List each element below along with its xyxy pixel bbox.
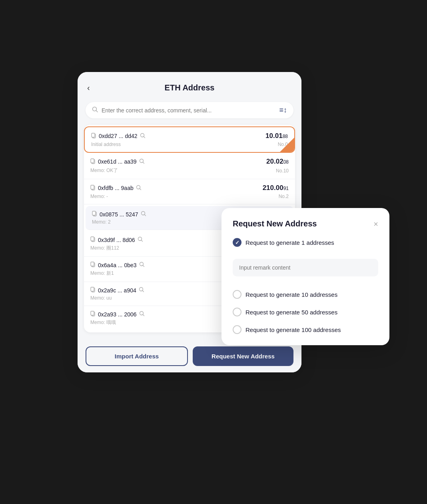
selected-badge-0	[280, 138, 294, 152]
svg-rect-19	[91, 237, 94, 241]
copy-icon-7[interactable]	[90, 311, 96, 318]
address-text-0: 0xdd27 ... dd42	[99, 133, 138, 139]
svg-line-29	[142, 291, 144, 292]
address-text-4: 0x3d9f ... 8d06	[98, 237, 135, 243]
option-10-label: Request to generate 10 addresses	[245, 291, 337, 298]
address-item-0[interactable]: 0xdd27 ... dd42 10.0188 Initial address …	[84, 126, 295, 153]
memo-7: Memo: 哦哦	[90, 319, 116, 326]
search-addr-icon-7[interactable]	[139, 311, 145, 318]
radio-100	[233, 325, 241, 334]
option-50-address[interactable]: Request to generate 50 addresses	[233, 306, 378, 318]
search-input[interactable]	[102, 107, 276, 114]
serial-1: No.10	[276, 168, 289, 174]
address-item-2[interactable]: 0xfdfb ... 9aab 210.0091 Memo: - No.2	[84, 179, 295, 204]
svg-line-21	[141, 240, 142, 242]
option-1-label: Request to generate 1 addresses	[245, 239, 334, 246]
balance-2: 210.0091	[263, 184, 289, 192]
svg-rect-15	[92, 211, 96, 215]
address-text-5: 0x6a4a ... 0be3	[98, 262, 137, 268]
address-options: Request to generate 1 addresses Request …	[233, 236, 378, 336]
header: ‹ ETH Address	[78, 72, 301, 99]
svg-rect-7	[91, 159, 94, 163]
svg-rect-27	[91, 287, 94, 291]
option-1-address[interactable]: Request to generate 1 addresses	[233, 236, 378, 248]
svg-line-17	[144, 215, 146, 216]
search-addr-icon-6[interactable]	[139, 287, 144, 294]
address-text-2: 0xfdfb ... 9aab	[98, 185, 134, 191]
copy-icon-3[interactable]	[92, 211, 97, 218]
copy-icon-0[interactable]	[91, 133, 96, 140]
address-item-1[interactable]: 0xe61d ... aa39 20.0208 Memo: OK了 No.10	[84, 153, 295, 179]
memo-0: Initial address	[91, 142, 121, 147]
memo-2: Memo: -	[90, 194, 108, 199]
copy-icon-2[interactable]	[90, 185, 96, 192]
svg-line-25	[143, 266, 144, 267]
svg-rect-3	[92, 133, 95, 137]
memo-1: Memo: OK了	[90, 167, 118, 174]
modal-close-button[interactable]: ×	[373, 220, 378, 228]
search-addr-icon-0[interactable]	[140, 133, 146, 140]
svg-line-5	[144, 136, 145, 138]
balance-1: 20.0208	[266, 158, 289, 165]
import-address-button[interactable]: Import Address	[86, 346, 188, 366]
search-addr-icon-5[interactable]	[139, 262, 145, 268]
page-title: ETH Address	[87, 83, 292, 92]
option-100-address[interactable]: Request to generate 100 addresses	[233, 324, 378, 336]
search-addr-icon-2[interactable]	[136, 185, 142, 192]
memo-5: Memo: 新1	[90, 270, 114, 277]
remark-input[interactable]	[233, 259, 378, 276]
svg-line-1	[96, 110, 98, 112]
svg-line-33	[143, 315, 144, 316]
memo-6: Memo: uu	[90, 295, 112, 301]
copy-icon-4[interactable]	[90, 236, 96, 243]
modal-header: Request New Address ×	[233, 219, 378, 228]
option-50-label: Request to generate 50 addresses	[245, 309, 337, 316]
search-icon	[92, 106, 98, 114]
request-new-address-button[interactable]: Request New Address	[193, 346, 293, 366]
svg-line-13	[140, 188, 141, 190]
search-addr-icon-3[interactable]	[141, 211, 146, 218]
svg-rect-23	[91, 262, 94, 266]
search-bar: ≡↕	[86, 102, 293, 118]
back-button[interactable]: ‹	[87, 83, 90, 92]
svg-rect-11	[91, 185, 94, 189]
radio-50	[233, 308, 241, 316]
svg-line-9	[143, 162, 144, 163]
memo-4: Memo: 圈112	[90, 245, 119, 252]
option-10-address[interactable]: Request to generate 10 addresses	[233, 288, 378, 300]
request-new-address-modal: Request New Address × Request to generat…	[221, 208, 389, 345]
filter-icon[interactable]: ≡↕	[279, 106, 287, 114]
search-addr-icon-1[interactable]	[139, 158, 145, 165]
copy-icon-5[interactable]	[90, 262, 96, 268]
copy-icon-1[interactable]	[90, 158, 96, 165]
address-text-1: 0xe61d ... aa39	[98, 158, 137, 165]
search-addr-icon-4[interactable]	[138, 236, 143, 243]
modal-title: Request New Address	[233, 219, 317, 228]
option-100-label: Request to generate 100 addresses	[245, 326, 341, 333]
memo-3: Memo: 2	[92, 219, 111, 225]
svg-rect-31	[91, 311, 94, 315]
address-text-6: 0x2a9c ... a904	[98, 287, 136, 294]
address-text-3: 0x0875 ... 5247	[100, 211, 138, 218]
copy-icon-6[interactable]	[90, 287, 96, 294]
serial-2: No.2	[279, 194, 289, 199]
radio-1-checked	[233, 238, 241, 247]
address-text-7: 0x2a93 ... 2006	[98, 311, 137, 318]
radio-10	[233, 290, 241, 299]
